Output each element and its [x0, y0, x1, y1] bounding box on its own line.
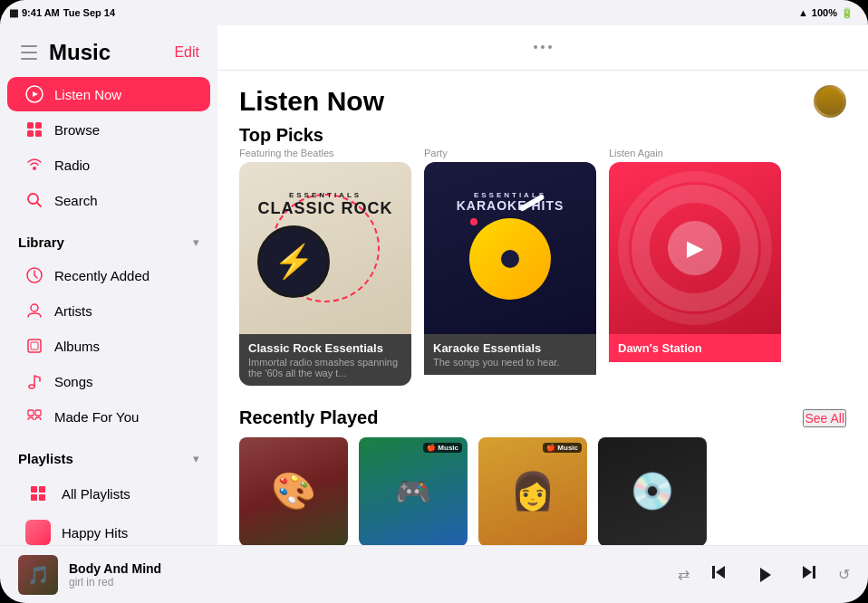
card-radio-label: Dawn's Station	[609, 334, 781, 362]
search-icon	[25, 191, 43, 209]
nav-item-radio[interactable]: Radio	[7, 148, 210, 182]
svg-rect-6	[35, 122, 42, 129]
playlist-label-happy-hits: Happy Hits	[62, 525, 128, 541]
svg-rect-8	[35, 130, 42, 137]
card-classic-image: ESSENTIALS CLASSIC ROCK ⚡	[239, 162, 411, 334]
sidebar-toggle-icon[interactable]	[18, 42, 40, 63]
svg-rect-7	[27, 130, 34, 137]
nav-label-listen-now: Listen Now	[54, 87, 121, 102]
battery-icon: 🔋	[841, 7, 854, 19]
edit-button[interactable]: Edit	[174, 44, 199, 61]
svg-rect-14	[28, 340, 41, 352]
now-playing-title: Body And Mind	[69, 561, 667, 576]
recently-played-albums: 🎨 🎮 🍎Music 👩 🍎Music 💿	[217, 437, 868, 545]
svg-marker-26	[760, 568, 771, 582]
nav-label-browse: Browse	[54, 122, 100, 138]
now-playing-controls: ⇄ ↺	[678, 559, 850, 591]
album-thumb-3[interactable]: 👩 🍎Music	[478, 437, 587, 545]
more-options-menu[interactable]	[534, 45, 552, 49]
content-top-bar	[217, 25, 868, 71]
svg-point-10	[28, 194, 38, 204]
nav-item-made-for-you[interactable]: Made For You	[7, 399, 210, 434]
now-playing-thumb: 🎵	[18, 555, 58, 595]
svg-point-9	[33, 167, 36, 170]
radio-icon	[25, 156, 43, 174]
card-classic-rock[interactable]: ESSENTIALS CLASSIC ROCK ⚡ Classic Rock E…	[239, 162, 411, 386]
repeat-button[interactable]: ↺	[838, 566, 850, 583]
svg-rect-1	[21, 52, 37, 53]
nav-label-search: Search	[54, 193, 98, 208]
nav-label-radio: Radio	[54, 158, 90, 173]
time: 9:41 AM	[22, 7, 60, 18]
album-thumb-4[interactable]: 💿	[598, 437, 707, 545]
svg-point-13	[31, 304, 38, 311]
svg-rect-2	[21, 58, 37, 60]
playlists-section-header[interactable]: Playlists ▾	[0, 438, 217, 470]
albums-icon	[25, 337, 43, 355]
nav-section: Listen Now Browse	[0, 72, 217, 222]
card-classic-label: Classic Rock Essentials Immortal radio s…	[239, 334, 411, 386]
svg-point-16	[29, 385, 34, 388]
svg-rect-15	[31, 342, 38, 349]
page-title: Listen Now	[239, 86, 384, 117]
nav-item-songs[interactable]: Songs	[7, 364, 210, 398]
happy-hits-thumb	[25, 520, 51, 545]
all-playlists-icon	[25, 481, 51, 506]
songs-icon	[25, 372, 43, 390]
playlists-chevron-icon: ▾	[193, 452, 199, 465]
svg-marker-4	[33, 91, 38, 97]
svg-rect-20	[31, 486, 37, 493]
see-all-button[interactable]: See All	[803, 409, 846, 427]
nav-item-listen-now[interactable]: Listen Now	[7, 77, 210, 111]
nav-label-albums: Albums	[54, 339, 100, 354]
nav-item-browse[interactable]: Browse	[7, 112, 210, 147]
date: Tue Sep 14	[63, 7, 115, 18]
card-party-image: ESSENTIALS KARAOKE HITS	[424, 162, 596, 334]
card-sub-labels: Featuring the Beatles Party Listen Again	[239, 148, 846, 158]
card-karaoke[interactable]: ESSENTIALS KARAOKE HITS K	[424, 162, 596, 386]
svg-rect-0	[21, 45, 37, 47]
top-picks-title: Top Picks	[239, 125, 846, 146]
card-classic-subtitle: Immortal radio smashes spanning the '60s…	[248, 357, 402, 378]
card-radio[interactable]: ▶ Dawn's Station	[609, 162, 781, 386]
made-for-you-icon	[25, 407, 43, 426]
playlist-item-all[interactable]: All Playlists	[7, 474, 210, 512]
top-picks-cards: ESSENTIALS CLASSIC ROCK ⚡ Classic Rock E…	[239, 162, 846, 386]
user-avatar[interactable]	[814, 85, 846, 118]
prev-button[interactable]	[708, 561, 729, 588]
shuffle-button[interactable]: ⇄	[678, 566, 690, 583]
content-area: Listen Now Top Picks Featuring the Beatl…	[217, 25, 868, 545]
svg-rect-28	[813, 566, 815, 579]
card-karaoke-subtitle: The songs you need to hear.	[433, 357, 587, 368]
top-picks-section: Top Picks Featuring the Beatles Party Li…	[217, 125, 868, 400]
apple-music-badge: 🍎Music	[423, 443, 462, 453]
album-thumb-2[interactable]: 🎮 🍎Music	[359, 437, 468, 545]
page-header: Listen Now	[217, 71, 868, 125]
listen-now-icon	[25, 85, 43, 103]
recently-played-title: Recently Played	[239, 407, 378, 428]
nav-item-search[interactable]: Search	[7, 183, 210, 217]
play-pause-button[interactable]	[747, 559, 780, 591]
nav-label-artists: Artists	[54, 303, 92, 319]
wifi-icon: ▲	[798, 7, 808, 18]
card-radio-image: ▶	[609, 162, 781, 334]
svg-line-11	[37, 203, 41, 206]
svg-rect-23	[39, 494, 45, 501]
library-section-header[interactable]: Library ▾	[0, 222, 217, 254]
library-nav-section: Recently Added Artists	[0, 254, 217, 438]
library-title: Library	[18, 234, 64, 250]
playlist-item-happy-hits[interactable]: Happy Hits	[7, 513, 210, 545]
card-radio-title: Dawn's Station	[618, 341, 772, 355]
album-thumb-1[interactable]: 🎨	[239, 437, 348, 545]
card-sub-label-1: Party	[424, 148, 596, 158]
nav-item-albums[interactable]: Albums	[7, 329, 210, 363]
next-button[interactable]	[798, 561, 820, 588]
playlist-label-all: All Playlists	[62, 486, 130, 502]
browse-icon	[25, 120, 43, 139]
apple-music-badge-2: 🍎Music	[543, 443, 582, 453]
status-bar: ▦ 9:41 AM Tue Sep 14 ▲ 100% 🔋	[0, 0, 868, 25]
nav-item-recently-added[interactable]: Recently Added	[7, 258, 210, 292]
nav-label-songs: Songs	[54, 374, 93, 389]
nav-label-recently-added: Recently Added	[54, 268, 149, 283]
nav-item-artists[interactable]: Artists	[7, 293, 210, 328]
